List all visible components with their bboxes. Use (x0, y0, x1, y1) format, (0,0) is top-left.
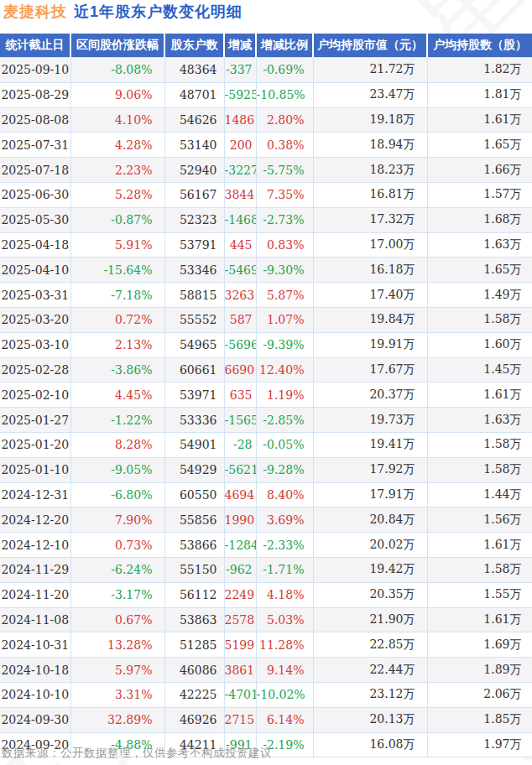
table-cell: 55150 (164, 557, 224, 582)
table-cell: -337 (224, 58, 256, 83)
table-cell: -1.71% (256, 557, 313, 582)
page-title-text: 近1年股东户数变化明细 (74, 3, 243, 20)
table-cell: 48364 (164, 58, 224, 83)
table-cell: 1.69万 (427, 632, 532, 658)
table-cell: 21.72万 (313, 58, 427, 83)
table-cell: 53791 (164, 232, 224, 258)
table-row: 2025-08-299.06%48701-5925-10.85%23.47万1.… (0, 82, 532, 107)
table-cell: 5.97% (70, 658, 164, 683)
table-cell: -3.86% (70, 357, 164, 382)
table-cell: 2025-08-29 (0, 82, 70, 107)
table-cell: 53971 (164, 382, 224, 408)
table-cell: 60550 (164, 482, 224, 507)
table-cell: 2.06万 (427, 682, 532, 707)
table-cell: 22.85万 (313, 632, 427, 658)
table-cell: 1.61万 (427, 607, 532, 632)
table-cell: 1.58万 (427, 432, 532, 457)
table-cell: 48701 (164, 82, 224, 107)
table-cell: 2024-11-20 (0, 582, 70, 607)
table-cell: 19.42万 (313, 557, 427, 582)
table-cell: 1.44万 (427, 482, 532, 507)
table-cell: 2024-11-29 (0, 557, 70, 582)
table-cell: 9.14% (256, 658, 313, 683)
table-cell: 4.18% (256, 582, 313, 607)
table-cell: 53346 (164, 258, 224, 283)
table-cell: 587 (224, 307, 256, 332)
table-cell: 1.19% (256, 382, 313, 408)
table-row: 2024-11-29-6.24%55150-962-1.71%19.42万1.5… (0, 557, 532, 582)
table-cell: 52940 (164, 158, 224, 183)
table-cell: -5.75% (256, 158, 313, 183)
table-cell: 9.06% (70, 82, 164, 107)
table-cell: 0.38% (256, 133, 313, 158)
table-cell: -9.30% (256, 258, 313, 283)
col-header-avg-shares: 户均持股数（股） (427, 34, 532, 58)
table-cell: -3.17% (70, 582, 164, 607)
table-cell: 16.18万 (313, 258, 427, 283)
table-cell: 13.28% (70, 632, 164, 658)
table-cell: 3.69% (256, 507, 313, 533)
table-cell: 2.23% (70, 158, 164, 183)
table-cell: 53140 (164, 133, 224, 158)
table-cell: -9.39% (256, 332, 313, 357)
table-cell: -9.28% (256, 457, 313, 482)
table-cell: 20.13万 (313, 707, 427, 732)
col-header-price-change: 区间股价涨跌幅 (70, 34, 164, 58)
table-row: 2024-12-207.90%5585619903.69%20.84万1.56万 (0, 507, 532, 533)
table-cell: -2.85% (256, 408, 313, 433)
table-cell: 1.49万 (427, 283, 532, 308)
table-cell: 2024-10-18 (0, 658, 70, 683)
table-row: 2025-06-305.28%5616738447.35%16.81万1.57万 (0, 182, 532, 207)
table-cell: 55552 (164, 307, 224, 332)
table-cell: 1.81万 (427, 82, 532, 107)
table-cell: 18.23万 (313, 158, 427, 183)
table-cell: 2024-11-08 (0, 607, 70, 632)
table-cell: 2025-03-20 (0, 307, 70, 332)
table-row: 2024-09-3032.89%4692627156.14%20.13万1.85… (0, 707, 532, 732)
table-row: 2025-01-10-9.05%54929-5621-9.28%17.92万1.… (0, 457, 532, 482)
table-cell: 16.08万 (313, 732, 427, 757)
table-row: 2025-01-208.28%54901-28-0.05%19.41万1.58万 (0, 432, 532, 457)
shareholder-table: 统计截止日 区间股价涨跌幅 股东户数 增减 增减比例 户均持股市值（元） 户均持… (0, 34, 532, 757)
table-row: 2025-07-314.28%531402000.38%18.94万1.65万 (0, 133, 532, 158)
table-cell: 46086 (164, 658, 224, 683)
table-cell: 17.92万 (313, 457, 427, 482)
table-cell: -5925 (224, 82, 256, 107)
table-cell: 2024-10-10 (0, 682, 70, 707)
table-cell: -28 (224, 432, 256, 457)
table-cell: 5199 (224, 632, 256, 658)
table-row: 2024-12-31-6.80%6055046948.40%17.91万1.44… (0, 482, 532, 507)
table-cell: -6.24% (70, 557, 164, 582)
table-cell: 19.18万 (313, 107, 427, 133)
table-cell: 2025-07-31 (0, 133, 70, 158)
table-row: 2024-12-100.73%53866-1284-2.33%20.02万1.6… (0, 533, 532, 558)
table-row: 2025-03-102.13%54965-5696-9.39%19.91万1.6… (0, 332, 532, 357)
stock-name: 麦捷科技 (3, 3, 67, 20)
table-cell: 46926 (164, 707, 224, 732)
table-cell: 6690 (224, 357, 256, 382)
table-cell: 23.12万 (313, 682, 427, 707)
table-cell: 2024-12-31 (0, 482, 70, 507)
table-cell: 2025-04-10 (0, 258, 70, 283)
table-row: 2025-04-185.91%537914450.83%17.00万1.63万 (0, 232, 532, 258)
table-cell: 1.45万 (427, 357, 532, 382)
table-cell: 17.91万 (313, 482, 427, 507)
table-cell: 5.28% (70, 182, 164, 207)
table-cell: 54626 (164, 107, 224, 133)
table-cell: 1.65万 (427, 133, 532, 158)
table-cell: 2578 (224, 607, 256, 632)
table-header: 统计截止日 区间股价涨跌幅 股东户数 增减 增减比例 户均持股市值（元） 户均持… (0, 34, 532, 58)
table-cell: 1.89万 (427, 658, 532, 683)
table-cell: 2025-03-31 (0, 283, 70, 308)
table-cell: 2715 (224, 707, 256, 732)
table-cell: 200 (224, 133, 256, 158)
table-cell: 19.41万 (313, 432, 427, 457)
table-cell: 1.60万 (427, 332, 532, 357)
table-header-row: 统计截止日 区间股价涨跌幅 股东户数 增减 增减比例 户均持股市值（元） 户均持… (0, 34, 532, 58)
table-cell: 1.58万 (427, 307, 532, 332)
table-cell: 20.02万 (313, 533, 427, 558)
table-cell: -5469 (224, 258, 256, 283)
table-cell: 17.40万 (313, 283, 427, 308)
table-cell: 1.65万 (427, 258, 532, 283)
table-cell: 19.73万 (313, 408, 427, 433)
